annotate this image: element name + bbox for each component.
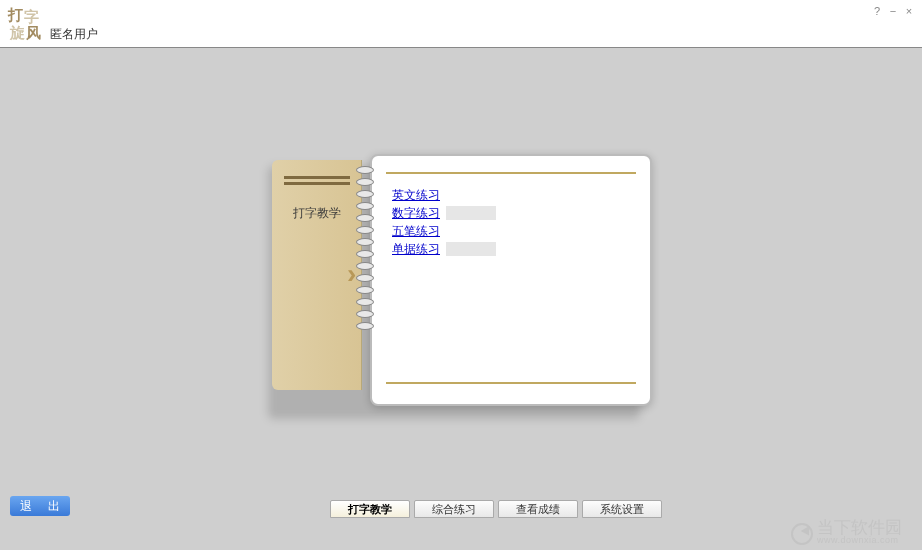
tab-system-settings[interactable]: 系统设置 [582,500,662,518]
notebook-left-panel: 打字教学 › [272,160,362,390]
app-logo: 打 字 旋 风 [8,6,46,44]
link-receipt-practice[interactable]: 单据练习 [392,241,440,258]
练习-links: 英文练习 数字练习 五笔练习 单据练习 [386,186,636,258]
tab-mixed-practice[interactable]: 综合练习 [414,500,494,518]
close-icon[interactable]: × [902,4,916,18]
link-wubi-practice[interactable]: 五笔练习 [392,223,440,240]
notebook: 打字教学 › 英文练习 数字练习 五笔练习 [272,160,652,413]
window-controls: ? − × [870,4,916,18]
link-number-practice[interactable]: 数字练习 [392,205,440,222]
list-item: 英文练习 [392,186,636,204]
help-icon[interactable]: ? [870,4,884,18]
list-item: 数字练习 [392,204,636,222]
spiral-binding [356,162,376,388]
notebook-left-title: 打字教学 [272,205,361,222]
exit-button[interactable]: 退 出 [10,496,70,516]
notebook-right-page: 英文练习 数字练习 五笔练习 单据练习 [370,154,652,406]
header-bar: 打 字 旋 风 匿名用户 ? − × [0,0,922,48]
link-english-practice[interactable]: 英文练习 [392,187,440,204]
tab-view-scores[interactable]: 查看成绩 [498,500,578,518]
highlight-box [446,206,496,220]
footer: 当下软件园 www.downxia.com [0,520,922,550]
list-item: 五笔练习 [392,222,636,240]
username-label: 匿名用户 [50,26,98,43]
list-item: 单据练习 [392,240,636,258]
main-area: 打字教学 › 英文练习 数字练习 五笔练习 [0,48,922,520]
watermark-icon [791,523,813,545]
watermark: 当下软件园 www.downxia.com [791,522,902,546]
minimize-icon[interactable]: − [886,4,900,18]
tab-typing-tutorial[interactable]: 打字教学 [330,500,410,518]
bottom-tab-bar: 打字教学 综合练习 查看成绩 系统设置 [330,500,666,518]
highlight-box [446,242,496,256]
